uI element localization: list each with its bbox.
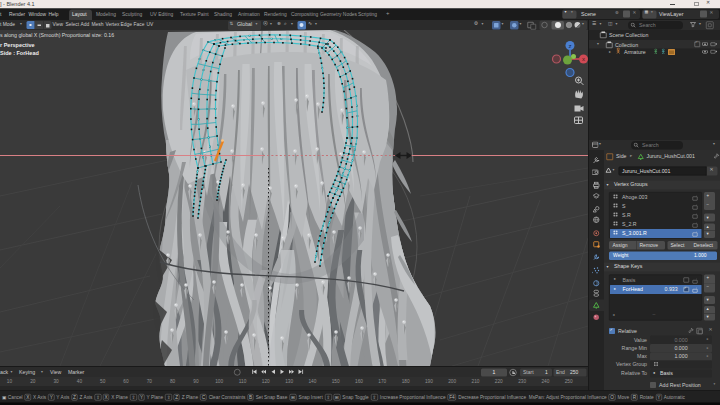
svg-text:x: x bbox=[582, 56, 585, 62]
svg-text:z: z bbox=[569, 43, 572, 49]
